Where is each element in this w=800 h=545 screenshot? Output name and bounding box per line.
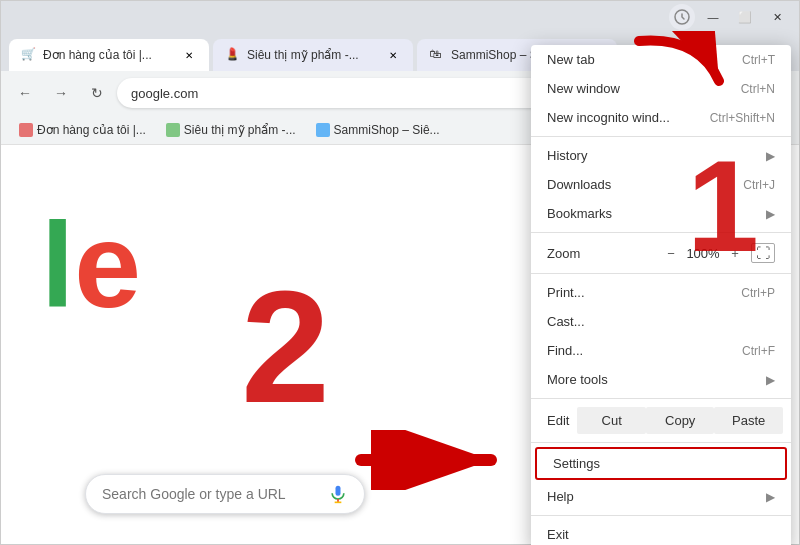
copy-button[interactable]: Copy: [646, 407, 715, 434]
menu-label-more-tools: More tools: [547, 372, 762, 387]
tab-2-close[interactable]: ✕: [385, 47, 401, 63]
menu-arrow-history: ▶: [766, 149, 775, 163]
menu-label-print: Print...: [547, 285, 741, 300]
tab-1-close[interactable]: ✕: [181, 47, 197, 63]
menu-label-cast: Cast...: [547, 314, 775, 329]
zoom-value: 100%: [683, 246, 723, 261]
bookmark-label-2: Siêu thị mỹ phẩm -...: [184, 123, 296, 137]
google-logo: le: [41, 205, 141, 325]
menu-label-exit: Exit: [547, 527, 775, 542]
menu-label-find: Find...: [547, 343, 742, 358]
menu-edit-row: Edit Cut Copy Paste: [531, 403, 791, 438]
number-two-overlay: 2: [241, 255, 330, 439]
menu-item-cast[interactable]: Cast...: [531, 307, 791, 336]
zoom-minus-button[interactable]: −: [659, 246, 683, 261]
title-bar: [1, 1, 799, 33]
tab-2-favicon: 💄: [225, 47, 241, 63]
close-button[interactable]: [763, 3, 791, 31]
menu-item-more-tools[interactable]: More tools ▶: [531, 365, 791, 394]
bookmark-favicon-3: [316, 123, 330, 137]
zoom-fit-button[interactable]: ⛶: [751, 243, 775, 263]
maximize-icon: [738, 10, 752, 24]
minimize-icon: [708, 10, 719, 24]
divider-1: [531, 136, 791, 137]
menu-arrow-help: ▶: [766, 490, 775, 504]
address-input[interactable]: [117, 78, 591, 108]
bookmark-label-3: SammiShop – Siê...: [334, 123, 440, 137]
menu-shortcut-find: Ctrl+F: [742, 344, 775, 358]
tab-1-favicon: 🛒: [21, 47, 37, 63]
close-icon: [773, 10, 782, 24]
menu-label-downloads: Downloads: [547, 177, 743, 192]
maximize-button[interactable]: [731, 3, 759, 31]
reload-button[interactable]: ↻: [81, 77, 113, 109]
menu-item-print[interactable]: Print... Ctrl+P: [531, 278, 791, 307]
menu-item-new-window[interactable]: New window Ctrl+N: [531, 74, 791, 103]
menu-item-downloads[interactable]: Downloads Ctrl+J: [531, 170, 791, 199]
menu-label-new-tab: New tab: [547, 52, 742, 67]
tab-2-title: Siêu thị mỹ phẩm -...: [247, 48, 379, 62]
menu-shortcut-downloads: Ctrl+J: [743, 178, 775, 192]
google-logo-e: e: [74, 198, 141, 332]
tab-3-favicon: 🛍: [429, 47, 445, 63]
paste-button[interactable]: Paste: [714, 407, 783, 434]
menu-shortcut-new-window: Ctrl+N: [741, 82, 775, 96]
menu-label-new-window: New window: [547, 81, 741, 96]
divider-6: [531, 515, 791, 516]
search-input[interactable]: [102, 486, 318, 502]
divider-2: [531, 232, 791, 233]
divider-3: [531, 273, 791, 274]
google-logo-l: l: [41, 198, 74, 332]
menu-item-zoom: Zoom − 100% + ⛶: [531, 237, 791, 269]
bookmark-item-1[interactable]: Đơn hàng của tôi |...: [13, 121, 152, 139]
menu-item-incognito[interactable]: New incognito wind... Ctrl+Shift+N: [531, 103, 791, 132]
browser-window: 🛒 Đơn hàng của tôi |... ✕ 💄 Siêu thị mỹ …: [0, 0, 800, 545]
bookmark-item-2[interactable]: Siêu thị mỹ phẩm -...: [160, 121, 302, 139]
menu-item-settings[interactable]: Settings: [535, 447, 787, 480]
svg-rect-2: [336, 486, 341, 496]
menu-shortcut-new-tab: Ctrl+T: [742, 53, 775, 67]
menu-label-incognito: New incognito wind...: [547, 110, 710, 125]
tab-1-title: Đơn hàng của tôi |...: [43, 48, 175, 62]
tab-2[interactable]: 💄 Siêu thị mỹ phẩm -... ✕: [213, 39, 413, 71]
divider-5: [531, 442, 791, 443]
menu-arrow-bookmarks: ▶: [766, 207, 775, 221]
menu-label-history: History: [547, 148, 762, 163]
search-input-box[interactable]: [85, 474, 365, 514]
divider-4: [531, 398, 791, 399]
zoom-label: Zoom: [547, 246, 659, 261]
menu-item-bookmarks[interactable]: Bookmarks ▶: [531, 199, 791, 228]
cut-button[interactable]: Cut: [577, 407, 646, 434]
forward-button[interactable]: →: [45, 77, 77, 109]
search-container: [51, 474, 399, 514]
menu-shortcut-incognito: Ctrl+Shift+N: [710, 111, 775, 125]
context-menu: New tab Ctrl+T New window Ctrl+N New inc…: [531, 45, 791, 545]
zoom-plus-button[interactable]: +: [723, 246, 747, 261]
menu-item-help[interactable]: Help ▶: [531, 482, 791, 511]
menu-item-new-tab[interactable]: New tab Ctrl+T: [531, 45, 791, 74]
bookmark-label-1: Đơn hàng của tôi |...: [37, 123, 146, 137]
bookmark-favicon-1: [19, 123, 33, 137]
edit-label: Edit: [539, 413, 577, 428]
menu-arrow-more-tools: ▶: [766, 373, 775, 387]
arrow-to-settings: [351, 430, 511, 490]
menu-label-settings: Settings: [553, 456, 769, 471]
minimize-button[interactable]: [699, 3, 727, 31]
menu-item-history[interactable]: History ▶: [531, 141, 791, 170]
bookmark-favicon-2: [166, 123, 180, 137]
menu-item-find[interactable]: Find... Ctrl+F: [531, 336, 791, 365]
bookmark-item-3[interactable]: SammiShop – Siê...: [310, 121, 446, 139]
mic-icon: [328, 484, 348, 504]
back-button[interactable]: ←: [9, 77, 41, 109]
menu-label-help: Help: [547, 489, 762, 504]
menu-label-bookmarks: Bookmarks: [547, 206, 762, 221]
menu-shortcut-print: Ctrl+P: [741, 286, 775, 300]
title-bar-icon: [669, 4, 695, 30]
menu-item-exit[interactable]: Exit: [531, 520, 791, 545]
tab-1[interactable]: 🛒 Đơn hàng của tôi |... ✕: [9, 39, 209, 71]
